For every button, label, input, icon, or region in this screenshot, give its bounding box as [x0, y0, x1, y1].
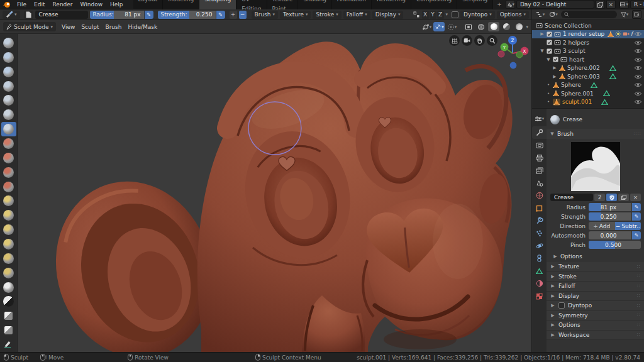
tool-rotate[interactable]: [1, 251, 16, 266]
properties-tab-constraints[interactable]: [532, 252, 547, 265]
properties-tab-render[interactable]: [532, 139, 547, 151]
direction-add-button[interactable]: +: [230, 11, 237, 19]
tool-blob[interactable]: [1, 107, 16, 122]
outliner-row-sphere-003[interactable]: ▶Sphere.003: [532, 72, 644, 81]
panel-dyntopo[interactable]: ▶Dyntopo∷: [547, 301, 644, 311]
brush-name-field[interactable]: Crease: [35, 11, 88, 19]
radius-slider[interactable]: Radius: 81 px: [90, 11, 144, 19]
tool-settings-menu-texture[interactable]: Texture▾: [280, 11, 311, 19]
hide-eye-toggle[interactable]: [634, 57, 642, 62]
symmetry-x-toggle[interactable]: X: [422, 11, 429, 19]
disclosure-icon[interactable]: ▼: [546, 57, 551, 62]
panel-stroke[interactable]: ▶Stroke∷: [547, 272, 644, 282]
properties-tab-scene[interactable]: [532, 177, 547, 189]
new-collection-button[interactable]: [632, 10, 641, 19]
outliner-row-scene-collection[interactable]: Scene Collection: [532, 21, 644, 30]
viewport-menu-brush[interactable]: Brush: [102, 24, 125, 30]
tool-smooth[interactable]: [1, 136, 16, 151]
panel-texture[interactable]: ▶Texture∷: [547, 262, 644, 272]
collection-checkbox[interactable]: [547, 40, 552, 45]
hide-eye-toggle[interactable]: [634, 40, 642, 45]
properties-tab-output[interactable]: [532, 151, 547, 164]
properties-tab-world[interactable]: [532, 189, 547, 202]
panel-workspace[interactable]: ▶Workspace∷: [547, 331, 644, 341]
properties-editor-type-dropdown[interactable]: ▾: [532, 111, 547, 126]
tool-settings-menu-display[interactable]: Display▾: [372, 11, 404, 19]
navigation-gizmo[interactable]: Z Y X: [496, 35, 529, 70]
scene-name-field[interactable]: Day 02 - Delight: [516, 0, 594, 9]
tool-clay-strips[interactable]: [1, 65, 16, 79]
add-workspace-button[interactable]: +: [493, 0, 506, 9]
radius-value-slider[interactable]: 81 px: [589, 203, 631, 211]
brush-preview-image[interactable]: [571, 142, 620, 191]
properties-tab-physics[interactable]: [532, 239, 547, 252]
tool-crease[interactable]: [1, 122, 16, 136]
hide-eye-toggle[interactable]: [634, 31, 642, 36]
panel-options[interactable]: ▶Options∷: [547, 321, 644, 331]
direction-subtract-option[interactable]: −Subtr..: [615, 222, 641, 230]
properties-tab-view-layer[interactable]: [532, 164, 547, 177]
brush-datablock-name[interactable]: Crease: [550, 194, 593, 201]
symmetry-dropdown-icon[interactable]: ▾: [446, 12, 448, 17]
tool-settings-menu-falloff[interactable]: Falloff▾: [343, 11, 370, 19]
disclosure-icon[interactable]: ▶: [540, 31, 545, 36]
outliner-row-2-helpers[interactable]: 2 helpers: [532, 38, 644, 47]
strength-slider[interactable]: Strength: 0.250: [158, 11, 216, 19]
unlink-brush-button[interactable]: ×: [630, 194, 641, 201]
radius-pressure-toggle[interactable]: ✎: [145, 11, 153, 19]
tool-simplify[interactable]: [1, 280, 16, 295]
symmetry-y-toggle[interactable]: Y: [430, 11, 436, 19]
properties-tab-texture[interactable]: [532, 290, 547, 302]
outliner-row-sculpt-001[interactable]: •sculpt.001: [532, 98, 644, 107]
menu-window[interactable]: Window: [77, 0, 107, 9]
tool-box-hide[interactable]: [1, 323, 16, 337]
outliner-row-sphere-001[interactable]: •Sphere.001: [532, 89, 644, 98]
disclosure-icon[interactable]: ▼: [540, 48, 545, 53]
collection-checkbox[interactable]: [553, 57, 558, 62]
tool-annotate[interactable]: [1, 337, 16, 352]
panel-symmetry[interactable]: ▶Symmetry∷: [547, 311, 644, 321]
menu-edit[interactable]: Edit: [30, 0, 48, 9]
symmetry-z-toggle[interactable]: Z: [437, 11, 444, 19]
properties-tab-data[interactable]: [532, 265, 547, 277]
hide-eye-toggle[interactable]: [634, 48, 642, 53]
brush-users-count[interactable]: 2: [594, 194, 605, 201]
pan-view-button[interactable]: [474, 35, 485, 46]
outliner-editor-type-dropdown[interactable]: ▾: [535, 11, 546, 19]
outliner-filter-dropdown[interactable]: ▾: [619, 11, 630, 19]
tool-mask[interactable]: [1, 294, 16, 309]
dyntopo-panel-checkbox[interactable]: [558, 302, 565, 309]
delete-scene-button[interactable]: ×: [606, 0, 616, 9]
outliner-display-mode-dropdown[interactable]: ▾: [548, 11, 559, 19]
outliner-search-input[interactable]: [561, 11, 617, 18]
tool-scrape[interactable]: [1, 180, 16, 194]
tool-nudge[interactable]: [1, 266, 16, 280]
hide-eye-toggle[interactable]: [634, 74, 642, 79]
panel-falloff[interactable]: ▶Falloff∷: [547, 282, 644, 292]
outliner-row-sphere[interactable]: •Sphere: [532, 81, 644, 90]
tool-grab[interactable]: [1, 208, 16, 222]
mode-dropdown[interactable]: Sculpt Mode▾: [3, 22, 56, 31]
hide-eye-toggle[interactable]: [634, 99, 642, 104]
orthographic-toggle-button[interactable]: [449, 35, 460, 46]
tool-layer[interactable]: [1, 79, 16, 94]
tool-flatten[interactable]: [1, 151, 16, 165]
proportional-editing-dropdown[interactable]: ▾: [446, 22, 457, 31]
menu-file[interactable]: File: [13, 0, 30, 9]
viewport-menu-hide-mask[interactable]: Hide/Mask: [125, 24, 160, 30]
scene-icon[interactable]: ▾: [506, 0, 515, 9]
view-layer-field[interactable]: R - Final: [630, 0, 644, 9]
dyntopo-dropdown[interactable]: Dyntopo▾: [460, 11, 495, 19]
viewport-menu-sculpt[interactable]: Sculpt: [78, 24, 102, 30]
rendered-shading-button[interactable]: [513, 22, 525, 31]
outliner-row-sphere-002[interactable]: ▶Sphere.002: [532, 64, 644, 73]
outliner-row-1-render-setup[interactable]: ▶1 render setupf: [532, 30, 644, 39]
snap-toggle[interactable]: ▾: [433, 22, 445, 31]
options-subpanel-header[interactable]: ▶Options: [553, 252, 644, 261]
tool-fill[interactable]: [1, 165, 16, 180]
hide-eye-toggle[interactable]: [634, 82, 642, 87]
new-brush-button[interactable]: [24, 11, 33, 19]
properties-tab-modifiers[interactable]: [532, 214, 547, 227]
properties-tab-particles[interactable]: [532, 227, 547, 239]
panel-display[interactable]: ▶Display∷: [547, 292, 644, 302]
